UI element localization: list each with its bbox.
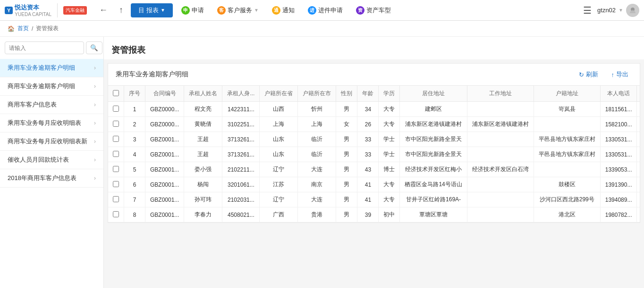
row-checkbox[interactable] [113,136,119,142]
nav-forward-button[interactable]: ↑ [115,3,127,17]
row-checkbox-cell[interactable] [108,177,124,192]
cell-contract: GBZ0001... [145,147,184,162]
customer-dropdown-icon: ▼ [254,8,259,13]
row-checkbox-cell[interactable] [108,102,124,117]
row-checkbox[interactable] [113,106,119,112]
cell-age: 26 [357,117,379,132]
row-checkbox-cell[interactable] [108,192,124,207]
chevron-right-icon: › [94,101,96,108]
page-title: 资管报表 [111,44,636,56]
chevron-right-icon: › [94,120,96,126]
report-label: 报表 [146,6,159,15]
cell-index: 1 [124,102,145,117]
cell-workaddr [467,147,534,162]
search-input[interactable] [5,41,84,54]
sidebar-item-collection-stats[interactable]: 催收人员月回款统计表 › [0,151,103,169]
refresh-label: 刷新 [586,70,598,79]
data-table: 序号 合同编号 承租人姓名 承租人身... 户籍所在省 户籍所在市 性别 年龄 … [108,86,640,222]
cell-contract: GBZ0001... [145,192,184,207]
notify-nav-item[interactable]: 通 通知 [267,4,299,16]
cell-contract: GBZ0001... [145,132,184,147]
cell-phone: 1330531... [600,132,637,147]
sidebar-item-label: 2018年商用车客户信息表 [8,174,76,182]
cell-bank: 中国建设行 [637,102,640,117]
row-checkbox-cell[interactable] [108,132,124,147]
cell-city: 贵港 [298,207,336,222]
cell-city: 大连 [298,192,336,207]
cell-education: 大专 [379,117,400,132]
cell-register: 沙河口区西北路299号 [534,192,600,207]
row-checkbox-cell[interactable] [108,117,124,132]
chevron-right-icon: › [94,65,96,71]
sidebar-item-overdue-passenger[interactable]: 乘用车业务逾期客户明细 › [0,59,103,77]
export-button[interactable]: ↑ 导出 [608,68,633,81]
cell-gender: 男 [336,147,357,162]
col-age: 年龄 [357,86,379,102]
row-checkbox[interactable] [113,211,119,217]
row-checkbox-cell[interactable] [108,162,124,177]
cell-idno: 3713261... [222,147,260,162]
sidebar-item-2018-commercial[interactable]: 2018年商用车客户信息表 › [0,169,103,188]
toolbar-actions: ↻ 刷新 ↑ 导出 [575,68,633,81]
cell-idno: 3713261... [222,132,260,147]
select-all-header[interactable] [108,86,124,102]
asset-nav-item[interactable]: 资 资产车型 [351,4,396,16]
top-navigation: Y 悦达资本 YUEDA CAPITAL 汽车金融 ← ↑ 目 报表 ▼ 申 申… [0,0,644,21]
cell-education: 初中 [379,207,400,222]
customer-icon: 客 [217,6,226,15]
cell-idno: 3102251... [222,117,260,132]
apply-nav-item[interactable]: 申 申请 [177,4,209,16]
user-info[interactable]: gtzn02 ▼ [597,4,639,17]
incoming-nav-item[interactable]: 进 进件申请 [303,4,347,16]
cell-bank: 中国银行 [637,177,640,192]
sidebar-item-overdue-commercial[interactable]: 商用车业务逾期客户明细 › [0,77,103,96]
select-all-checkbox[interactable] [113,90,119,96]
table-row: 7 GBZ0001... 孙可玮 2102031... 辽宁 大连 男 41 大… [108,192,640,207]
row-checkbox[interactable] [113,151,119,157]
row-checkbox[interactable] [113,196,119,202]
row-checkbox[interactable] [113,121,119,127]
username-label: gtzn02 [597,7,616,14]
cell-phone: 1394089... [600,192,637,207]
report-dropdown-icon: ▼ [161,8,165,13]
content-area: 资管报表 乘用车业务逾期客户明细 ↻ 刷新 ↑ 导出 [104,37,644,288]
cell-workaddr [467,207,534,222]
cell-index: 4 [124,147,145,162]
table-row: 8 GBZ0001... 李春力 4508021... 广西 贵港 男 39 初… [108,207,640,222]
cell-workaddr: 经济技术开发区白石湾 [467,162,534,177]
cell-residence: 经济技术开发区红梅小 [400,162,467,177]
row-checkbox[interactable] [113,181,119,187]
sidebar-item-passenger-monthly[interactable]: 乘用车业务每月应收明细表 › [0,114,103,132]
sidebar-item-label: 商用车业务逾期客户明细 [8,82,75,91]
col-phone: 本人电话 [600,86,637,102]
cell-city: 临沂 [298,147,336,162]
nav-right-area: ☰ gtzn02 ▼ [583,4,639,17]
cell-bank: 中国工商行 [637,117,640,132]
col-idno: 承租人身... [222,86,260,102]
row-checkbox-cell[interactable] [108,147,124,162]
home-icon: 🏠 [8,25,15,32]
cell-age: 41 [357,192,379,207]
sidebar-item-commercial-monthly[interactable]: 商用车业务每月应收明细表新 › [0,132,103,151]
cell-workaddr [467,192,534,207]
customer-nav-item[interactable]: 客 客户服务 ▼ [212,4,263,16]
hamburger-menu-button[interactable]: ☰ [583,5,592,16]
breadcrumb-separator: / [32,25,33,32]
cell-index: 7 [124,192,145,207]
cell-province: 广西 [260,207,298,222]
cell-register: 平邑县地方镇东家庄村 [534,147,600,162]
cell-index: 2 [124,117,145,132]
cell-idno: 2102211... [222,162,260,177]
report-nav-button[interactable]: 目 报表 ▼ [131,3,173,17]
customer-label: 客户服务 [228,6,252,15]
row-checkbox[interactable] [113,166,119,172]
nav-back-button[interactable]: ← [95,3,111,17]
cell-residence: 栖霞区金马路14号语山 [400,177,467,192]
row-checkbox-cell[interactable] [108,207,124,222]
search-button[interactable]: 🔍 [86,41,102,54]
refresh-button[interactable]: ↻ 刷新 [575,68,602,81]
breadcrumb-home-link[interactable]: 首页 [17,25,29,33]
cell-education: 学士 [379,147,400,162]
sidebar-item-commercial-info[interactable]: 商用车客户信息表 › [0,96,103,114]
breadcrumb-current: 资管报表 [36,25,59,33]
